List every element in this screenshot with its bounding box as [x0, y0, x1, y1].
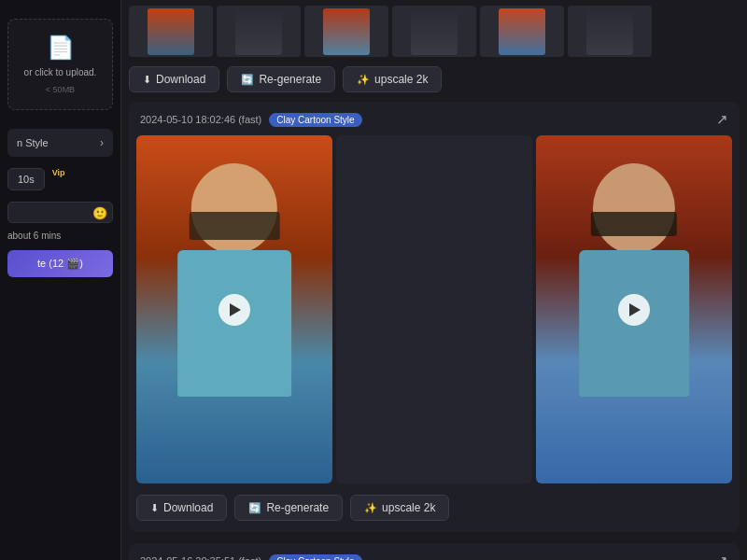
regenerate-button-top[interactable]: 🔄 Re-generate [227, 66, 335, 92]
thumbnail-mini-2 [217, 6, 301, 57]
download-icon-top: ⬇ [143, 74, 151, 86]
card-actions-1: ⬇ Download 🔄 Re-generate ✨ upscale 2k [129, 491, 740, 532]
upscale-button-top[interactable]: ✨ upscale 2k [343, 66, 442, 92]
top-thumbnails-row [121, 0, 747, 57]
download-button-card1[interactable]: ⬇ Download [136, 495, 227, 521]
style-selector-button[interactable]: n Style › [7, 129, 113, 157]
download-icon-card1: ⬇ [150, 502, 159, 514]
share-button-1[interactable]: ↗ [716, 111, 728, 128]
style-badge-1: Clay Cartoon Style [269, 113, 361, 127]
duration-row: 10s Vip [7, 168, 113, 190]
action-row-top: ⬇ Download 🔄 Re-generate ✨ upscale 2k [121, 57, 747, 102]
generation-card-1: 2024-05-10 18:02:46 (fast) Clay Cartoon … [129, 102, 740, 532]
card-header-2: 2024-05-16 20:35:51 (fast) Clay Cartoon … [129, 543, 740, 560]
card-meta-2: 2024-05-16 20:35:51 (fast) Clay Cartoon … [140, 554, 362, 560]
videos-row-1 [129, 135, 740, 491]
regenerate-icon-card1: 🔄 [248, 502, 261, 514]
generate-button[interactable]: te (12 🎬) [7, 250, 113, 277]
play-overlay-1-3[interactable] [536, 135, 732, 483]
upload-icon: 📄 [47, 35, 75, 61]
generation-card-2: 2024-05-16 20:35:51 (fast) Clay Cartoon … [129, 543, 740, 560]
video-thumb-1-3[interactable] [536, 135, 732, 483]
duration-button[interactable]: 10s [7, 168, 45, 190]
share-button-2[interactable]: ↗ [716, 553, 728, 560]
style-label: n Style [17, 137, 49, 148]
play-button-1-1[interactable] [218, 294, 250, 326]
regenerate-icon-top: 🔄 [241, 74, 254, 86]
video-thumb-1-1[interactable] [136, 135, 332, 483]
thumbnail-mini-5 [480, 6, 564, 57]
timestamp-1: 2024-05-10 18:02:46 (fast) [140, 114, 261, 125]
play-overlay-1-1[interactable] [136, 135, 332, 483]
timestamp-2: 2024-05-16 20:35:51 (fast) [140, 555, 261, 560]
play-icon-1-3 [629, 303, 641, 316]
sidebar: 📄 or click to upload. < 50MB n Style › 1… [0, 0, 121, 560]
regenerate-button-card1[interactable]: 🔄 Re-generate [234, 495, 343, 521]
upload-area[interactable]: 📄 or click to upload. < 50MB [7, 19, 113, 110]
eta-text: about 6 mins [7, 231, 113, 241]
play-icon-1-1 [230, 303, 241, 316]
thumbnail-mini-6 [568, 6, 652, 57]
upload-size-limit: < 50MB [46, 85, 75, 94]
style-badge-2: Clay Cartoon Style [269, 554, 361, 560]
thumbnail-mini-3 [304, 6, 388, 57]
upscale-icon-card1: ✨ [364, 502, 377, 514]
thumbnail-mini-1 [129, 6, 213, 57]
vip-badge: Vip [52, 168, 65, 177]
thumbnail-mini-4 [392, 6, 476, 57]
chevron-right-icon: › [100, 136, 104, 149]
card-meta-1: 2024-05-10 18:02:46 (fast) Clay Cartoon … [140, 113, 362, 127]
emoji-icon: 🙂 [92, 205, 107, 219]
upscale-button-card1[interactable]: ✨ upscale 2k [350, 495, 449, 521]
card-header-1: 2024-05-10 18:02:46 (fast) Clay Cartoon … [129, 102, 740, 135]
input-row: 🙂 [7, 202, 113, 223]
video-thumb-1-2[interactable] [336, 135, 532, 483]
play-button-1-3[interactable] [618, 294, 650, 326]
download-button-top[interactable]: ⬇ Download [129, 66, 219, 92]
generate-label: te (12 🎬) [37, 258, 83, 270]
upscale-icon-top: ✨ [357, 74, 370, 86]
upload-text: or click to upload. [24, 66, 97, 79]
main-content: ⬇ Download 🔄 Re-generate ✨ upscale 2k 20… [121, 0, 747, 560]
